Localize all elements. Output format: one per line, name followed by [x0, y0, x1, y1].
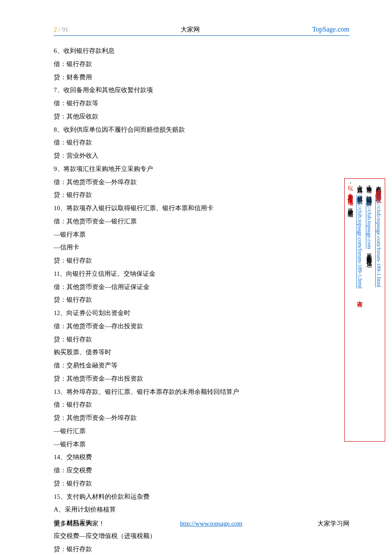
page-total: 91	[62, 26, 68, 33]
content-line: 贷：其他货币资金—外埠存款	[54, 411, 349, 425]
content-line: —信用卡	[54, 241, 349, 254]
sidebar-watermark: 本资料由大家论坛初级会计师考试http://club.topsage.com/f…	[344, 178, 385, 442]
sidebar-text: ，	[348, 182, 354, 188]
content-line: 15、支付购入材料的价款和运杂费	[54, 490, 349, 503]
content-line: 借：银行存款	[54, 136, 349, 149]
sidebar-link[interactable]: http://club.topsage.com/forum-189-1.html	[357, 195, 363, 289]
content-line: 贷：银行存款	[54, 293, 349, 306]
sidebar-link[interactable]: http://club.topsage.com/forum-189-1.html	[376, 194, 382, 287]
sidebar-text: 更多初级会计师考试信息，	[366, 249, 373, 265]
page-current: 2	[54, 26, 57, 33]
sidebar-text: ，等待您的光临！	[348, 197, 354, 215]
content-line: 贷：银行存款	[54, 254, 349, 267]
header-site[interactable]: TopSage.com	[312, 26, 349, 33]
sidebar-col-4: 坛，全免费公益性考试论坛，等待您的光临！	[347, 181, 355, 437]
page-header: 2 / 91 大家网 TopSage.com	[54, 26, 349, 36]
footer-link[interactable]: http://www.topsage.com	[180, 520, 242, 527]
content-line: 7、收回备用金和其他应收暂付款项	[54, 84, 349, 97]
content-line: 14、交纳税费	[54, 451, 349, 464]
sidebar-text: 大家论坛初级会计师考试	[376, 185, 382, 194]
sidebar-text: 大家论	[357, 296, 363, 298]
content-line: 贷：其他货币资金—存出投资款	[54, 372, 349, 385]
content-line: 贷：银行存款	[54, 543, 349, 555]
content-line: 借：其他货币资金—存出投资款	[54, 320, 349, 333]
content-line: 13、将外埠存款、银行汇票、银行本票存款的未用余额转回结算户	[54, 385, 349, 399]
content-line: —银行汇票	[54, 425, 349, 438]
sidebar-link[interactable]: http://club.topsage.com	[366, 197, 373, 249]
page-sep: /	[57, 26, 62, 33]
content-line: 6、收到银行存款利息	[54, 44, 349, 58]
sidebar-col-3: 考试真题，模拟题下载http://club.topsage.com/forum-…	[356, 181, 364, 437]
sidebar-text: 本资料由	[376, 181, 382, 185]
sidebar-col-2: 收集整理，转载请注明出自http://club.topsage.com更多初级会…	[366, 181, 373, 437]
content-line: 贷：银行存款	[54, 188, 349, 202]
content-line: 借：其他货币资金—外埠存款	[54, 176, 349, 189]
content-line: 借：交易性金融资产等	[54, 359, 349, 372]
sidebar-text: 收集整理，转载请注明出自	[366, 181, 373, 197]
content-line: 贷：财务费用	[54, 71, 349, 84]
content-line: 借：银行存款	[54, 398, 349, 411]
content-line: 借：其他货币资金—银行汇票	[54, 215, 349, 228]
header-title: 大家网	[181, 26, 200, 34]
content-line: 12、向证券公司划出资金时	[54, 306, 349, 320]
content-line: 借：银行存款	[54, 58, 349, 71]
sidebar-text: 全免费公益性考试论坛	[348, 188, 354, 197]
footer-left: 更多精品在大家！	[54, 520, 105, 528]
content-line: —银行本票	[54, 438, 349, 451]
content-line: 借：应交税费	[54, 464, 349, 477]
sidebar-text: 考试真题，模拟题下载	[357, 181, 363, 195]
page-footer: 更多精品在大家！ http://www.topsage.com 大家学习网	[54, 520, 349, 528]
footer-right: 大家学习网	[317, 520, 349, 528]
content-line: 贷：营业外收入	[54, 149, 349, 162]
content-line: 11、向银行开立信用证、交纳保证金	[54, 267, 349, 280]
content-line: 贷：银行存款	[54, 477, 349, 490]
content-line: 购买股票、债券等时	[54, 346, 349, 359]
content-line: 借：其他货币资金—信用证保证金	[54, 280, 349, 294]
content-line: 贷：其他应收款	[54, 110, 349, 123]
page-number: 2 / 91	[54, 26, 68, 33]
content-line: —银行本票	[54, 228, 349, 241]
content-line: 9、将款项汇往采购地开立采购专户	[54, 162, 349, 176]
content-line: A、采用计划价格核算	[54, 503, 349, 516]
content-line: 贷：银行存款	[54, 333, 349, 346]
content-line: 借：银行存款等	[54, 97, 349, 110]
content-line: 10、将款项存入银行以取得银行汇票、银行本票和信用卡	[54, 202, 349, 215]
sidebar-col-1: 本资料由大家论坛初级会计师考试http://club.topsage.com/f…	[375, 181, 383, 437]
body-text: 6、收到银行存款利息借：银行存款贷：财务费用7、收回备用金和其他应收暂付款项借：…	[54, 44, 349, 555]
content-line: 应交税费—应交增值税（进项税额）	[54, 529, 349, 543]
content-line: 8、收到供应单位因不履行合同而赔偿损失赔款	[54, 123, 349, 136]
